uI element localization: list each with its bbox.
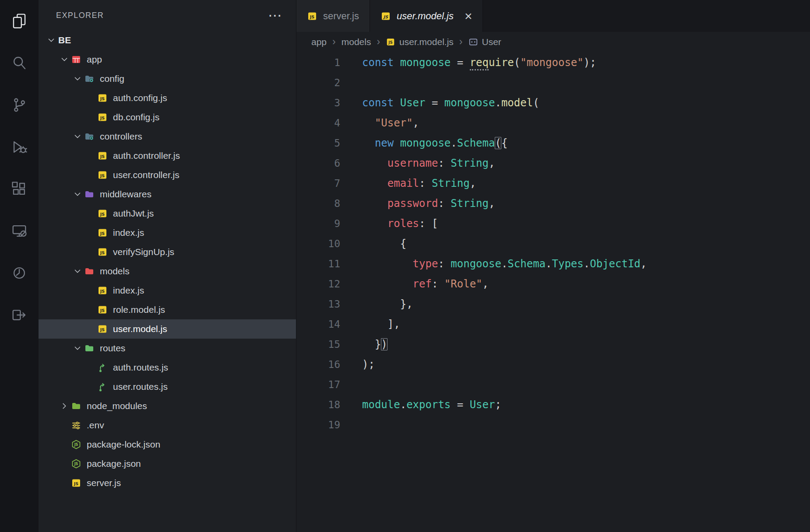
run-debug-icon[interactable] [0, 126, 39, 168]
tab-server-js[interactable]: JSserver.js [296, 0, 370, 32]
tree-item-label: config [100, 74, 124, 84]
code-line: 5 new mongoose.Schema({ [296, 133, 810, 153]
svg-text:JS: JS [310, 14, 315, 19]
svg-text:JS: JS [383, 14, 389, 19]
tree-item-verifysignup-js[interactable]: JSverifySignUp.js [39, 242, 296, 262]
code-line: 9 roles: [ [296, 214, 810, 234]
tree-item-controllers[interactable]: controllers [39, 127, 296, 146]
line-content: type: mongoose.Schema.Types.ObjectId, [340, 254, 647, 274]
tree-item-index-js[interactable]: JSindex.js [39, 223, 296, 242]
tree-item-index-js[interactable]: JSindex.js [39, 281, 296, 300]
breadcrumb-label: models [342, 37, 371, 47]
chevron-spacer [84, 170, 97, 180]
tree-item-models[interactable]: models [39, 262, 296, 281]
breadcrumb-item-user[interactable]: User [468, 37, 501, 47]
breadcrumb-label: user.model.js [399, 37, 454, 47]
routes-icon [97, 382, 108, 392]
chevron-down-icon[interactable] [71, 131, 84, 142]
tree-item-be[interactable]: BE [39, 31, 296, 50]
js-icon: JS [97, 228, 108, 238]
tree-item-user-model-js[interactable]: JSuser.model.js [39, 319, 296, 339]
tree-item-authjwt-js[interactable]: JSauthJwt.js [39, 204, 296, 223]
export-box-icon[interactable] [0, 294, 39, 336]
line-content: "User", [340, 113, 419, 133]
tree-item-config[interactable]: config [39, 69, 296, 88]
line-number: 1 [296, 52, 340, 73]
tree-item-middlewares[interactable]: middlewares [39, 185, 296, 204]
chevron-down-icon[interactable] [58, 54, 71, 65]
svg-text:JS: JS [100, 308, 105, 313]
chevron-down-icon[interactable] [71, 343, 84, 354]
chevron-spacer [58, 420, 71, 430]
breadcrumb-item-user-model-js[interactable]: JSuser.model.js [386, 37, 454, 47]
env-icon [71, 420, 81, 430]
svg-text:JS: JS [100, 289, 105, 294]
chevron-right-icon[interactable] [58, 401, 71, 411]
tree-item-db-config-js[interactable]: JSdb.config.js [39, 108, 296, 127]
line-content [340, 73, 362, 93]
source-control-icon[interactable] [0, 84, 39, 126]
code-editor[interactable]: 1const mongoose = require("mongoose");23… [296, 52, 810, 532]
line-content: const User = mongoose.model( [340, 93, 539, 113]
code-line: 4 "User", [296, 113, 810, 133]
tree-item-label: models [100, 266, 130, 276]
code-line: 11 type: mongoose.Schema.Types.ObjectId, [296, 254, 810, 274]
chevron-down-icon[interactable] [45, 35, 58, 46]
tab-user-model-js[interactable]: JSuser.model.js× [370, 0, 483, 32]
tree-item-label: server.js [87, 478, 121, 488]
tree-item-env[interactable]: .env [39, 416, 296, 435]
line-content [340, 415, 362, 435]
tree-item-server-js[interactable]: JSserver.js [39, 473, 296, 493]
tree-item-auth-config-js[interactable]: JSauth.config.js [39, 88, 296, 108]
tree-item-label: auth.routes.js [113, 362, 168, 373]
chevron-down-icon[interactable] [71, 74, 84, 84]
line-number: 7 [296, 173, 340, 193]
tree-item-app[interactable]: app [39, 50, 296, 69]
breadcrumb: app›models›JSuser.model.js›User [296, 32, 810, 52]
code-line: 15 }) [296, 334, 810, 354]
svg-text:JS: JS [100, 154, 105, 159]
more-actions-icon[interactable]: ⋯ [268, 12, 282, 19]
folder-routes-icon [84, 343, 95, 354]
tree-item-label: middlewares [100, 189, 151, 200]
tree-item-auth-controller-js[interactable]: JSauth.controller.js [39, 146, 296, 165]
tree-item-label: authJwt.js [113, 208, 154, 219]
search-icon[interactable] [0, 42, 39, 84]
tree-item-user-routes-js[interactable]: user.routes.js [39, 377, 296, 396]
chevron-down-icon[interactable] [71, 266, 84, 276]
chevron-spacer [58, 439, 71, 450]
tree-item-label: .env [87, 420, 104, 430]
js-icon: JS [97, 247, 108, 257]
tree-item-package-json[interactable]: JSpackage.json [39, 454, 296, 473]
tab-label: server.js [323, 10, 359, 22]
chevron-down-icon[interactable] [71, 189, 84, 200]
tree-item-routes[interactable]: routes [39, 339, 296, 358]
js-icon: JS [97, 150, 108, 161]
tree-item-node-modules[interactable]: node_modules [39, 396, 296, 416]
line-content: new mongoose.Schema({ [340, 133, 507, 153]
tree-item-label: index.js [113, 228, 144, 238]
line-content: username: String, [340, 153, 495, 173]
code-line: 13 }, [296, 294, 810, 314]
gauge-icon[interactable] [0, 252, 39, 294]
chevron-spacer [84, 228, 97, 238]
chevron-spacer [84, 93, 97, 103]
remote-monitor-icon[interactable] [0, 210, 39, 252]
code-line: 18module.exports = User; [296, 395, 810, 415]
tree-item-auth-routes-js[interactable]: auth.routes.js [39, 358, 296, 377]
breadcrumb-item-app[interactable]: app [311, 37, 327, 47]
js-icon: JS [307, 11, 317, 21]
line-number: 12 [296, 274, 340, 294]
breadcrumb-item-models[interactable]: models [342, 37, 371, 47]
explorer-icon[interactable] [0, 0, 39, 42]
line-number: 5 [296, 133, 340, 153]
explorer-header: EXPLORER ⋯ [39, 0, 296, 31]
svg-text:JS: JS [100, 96, 105, 101]
tree-item-user-controller-js[interactable]: JSuser.controller.js [39, 165, 296, 185]
tree-item-role-model-js[interactable]: JSrole.model.js [39, 300, 296, 319]
tree-item-label: db.config.js [113, 112, 159, 122]
extensions-icon[interactable] [0, 168, 39, 210]
line-number: 11 [296, 254, 340, 274]
close-icon[interactable]: × [465, 10, 472, 23]
tree-item-package-lock-json[interactable]: JSpackage-lock.json [39, 435, 296, 454]
